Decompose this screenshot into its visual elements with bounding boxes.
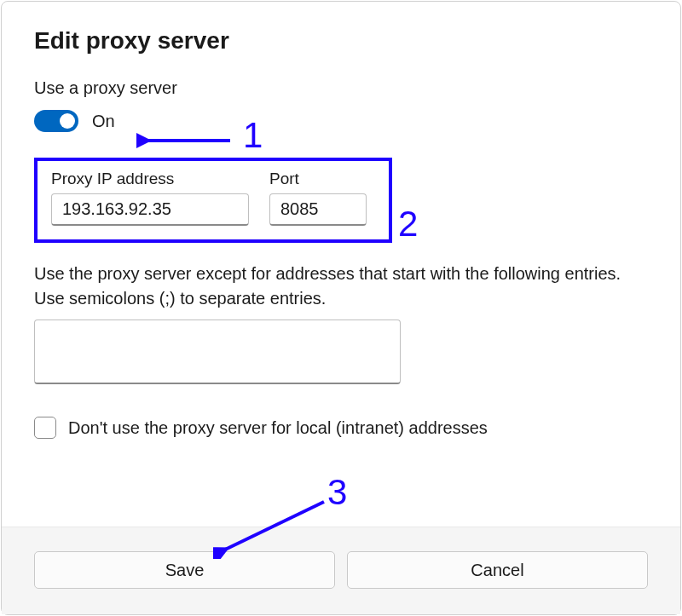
edit-proxy-dialog: Edit proxy server Use a proxy server On … — [1, 1, 681, 615]
proxy-toggle[interactable] — [34, 110, 78, 132]
local-bypass-checkbox[interactable] — [34, 417, 56, 439]
exceptions-hint: Use the proxy server except for addresse… — [34, 262, 648, 311]
ip-port-highlight-box: Proxy IP address Port — [34, 158, 392, 243]
use-proxy-label: Use a proxy server — [34, 78, 648, 98]
port-field-group: Port — [269, 170, 367, 226]
exceptions-input[interactable] — [34, 320, 401, 384]
ip-field-group: Proxy IP address — [51, 170, 249, 226]
dialog-title: Edit proxy server — [34, 27, 648, 55]
dialog-footer: Save Cancel — [2, 527, 680, 614]
proxy-ip-input[interactable] — [51, 193, 249, 226]
cancel-button[interactable]: Cancel — [347, 551, 648, 589]
local-bypass-label: Don't use the proxy server for local (in… — [68, 418, 488, 438]
proxy-port-input[interactable] — [269, 193, 367, 226]
toggle-knob — [60, 113, 75, 129]
ip-label: Proxy IP address — [51, 170, 249, 188]
port-label: Port — [269, 170, 367, 188]
local-bypass-row: Don't use the proxy server for local (in… — [34, 417, 648, 439]
toggle-state-label: On — [92, 112, 115, 131]
save-button[interactable]: Save — [34, 551, 335, 589]
dialog-body: Edit proxy server Use a proxy server On … — [2, 2, 680, 527]
toggle-row: On — [34, 110, 648, 132]
